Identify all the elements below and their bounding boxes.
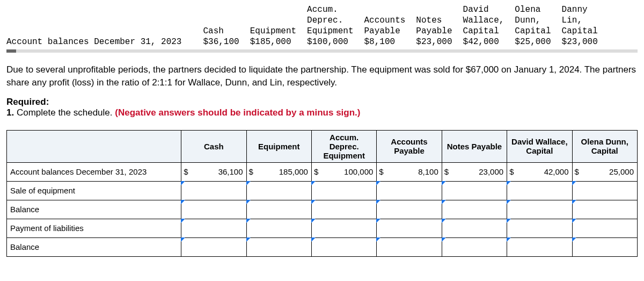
required-number: 1. xyxy=(6,107,17,118)
input-cell[interactable] xyxy=(181,200,246,219)
cell-accum: $100,000 xyxy=(311,162,376,181)
table-row: Sale of equipment xyxy=(7,181,638,200)
input-cell[interactable] xyxy=(377,237,442,256)
input-cell[interactable] xyxy=(377,181,442,200)
input-cell[interactable] xyxy=(507,181,572,200)
col-accum-head: Accum. Deprec. Equipment xyxy=(302,4,358,37)
sch-head-equipment: Equipment xyxy=(246,130,311,162)
col-wallace-head: David Wallace, Capital xyxy=(458,4,510,37)
table-row: Payment of liabilities xyxy=(7,219,638,237)
input-cell[interactable] xyxy=(507,219,572,237)
cell-cash: $36,100 xyxy=(181,162,246,181)
col-accounts-head: Accounts Payable xyxy=(359,4,411,37)
input-cell[interactable] xyxy=(572,181,637,200)
val-cash: $36,100 xyxy=(197,37,244,47)
input-cell[interactable] xyxy=(377,200,442,219)
val-dunn: $25,000 xyxy=(509,37,556,47)
balances-text-table: Cash Equipment Accum. Deprec. Equipment … xyxy=(6,4,603,47)
sch-head-accounts: Accounts Payable xyxy=(377,130,442,162)
required-text: Complete the schedule. xyxy=(17,107,115,118)
input-cell[interactable] xyxy=(442,181,507,200)
input-cell[interactable] xyxy=(311,237,376,256)
col-dunn-head: Olena Dunn, Capital xyxy=(509,4,556,37)
schedule-corner xyxy=(7,130,181,162)
sch-head-accum: Accum. Deprec. Equipment xyxy=(311,130,376,162)
input-cell[interactable] xyxy=(442,200,507,219)
cell-dunn: $25,000 xyxy=(572,162,637,181)
input-cell[interactable] xyxy=(181,181,246,200)
col-lin-head: Danny Lin, Capital xyxy=(557,4,603,37)
row-label-balance2: Balance xyxy=(7,237,181,256)
table-row: Balance xyxy=(7,237,638,256)
cell-equipment: $185,000 xyxy=(246,162,311,181)
input-cell[interactable] xyxy=(507,200,572,219)
cell-notes: $23,000 xyxy=(442,162,507,181)
input-cell[interactable] xyxy=(181,219,246,237)
required-hint: (Negative answers should be indicated by… xyxy=(115,107,360,118)
input-cell[interactable] xyxy=(442,237,507,256)
input-cell[interactable] xyxy=(442,219,507,237)
input-cell[interactable] xyxy=(246,219,311,237)
row-label-sale: Sale of equipment xyxy=(7,181,181,200)
input-cell[interactable] xyxy=(246,181,311,200)
cell-wallace: $42,000 xyxy=(507,162,572,181)
val-lin: $23,000 xyxy=(557,37,603,47)
table-row: Account balances December 31, 2023 $36,1… xyxy=(7,162,638,181)
input-cell[interactable] xyxy=(572,200,637,219)
input-cell[interactable] xyxy=(311,200,376,219)
val-equipment: $185,000 xyxy=(245,37,302,47)
input-cell[interactable] xyxy=(246,200,311,219)
input-cell[interactable] xyxy=(572,237,637,256)
row-label-opening: Account balances December 31, 2023 xyxy=(7,162,181,181)
col-notes-head: Notes Payable xyxy=(411,4,457,37)
horizontal-scrollbar[interactable] xyxy=(6,49,638,53)
val-accum: $100,000 xyxy=(302,37,358,47)
sch-head-wallace: David Wallace, Capital xyxy=(507,130,572,162)
required-line: 1. Complete the schedule. (Negative answ… xyxy=(6,107,638,118)
row-label-balance1: Balance xyxy=(7,200,181,219)
val-wallace: $42,000 xyxy=(458,37,510,47)
input-cell[interactable] xyxy=(311,219,376,237)
col-cash-head: Cash xyxy=(197,4,244,37)
sch-head-cash: Cash xyxy=(181,130,246,162)
input-cell[interactable] xyxy=(507,237,572,256)
input-cell[interactable] xyxy=(181,237,246,256)
input-cell[interactable] xyxy=(311,181,376,200)
required-heading: Required: xyxy=(6,97,638,107)
input-cell[interactable] xyxy=(246,237,311,256)
col-equipment-head: Equipment xyxy=(245,4,302,37)
sch-head-dunn: Olena Dunn, Capital xyxy=(572,130,637,162)
schedule-table: Cash Equipment Accum. Deprec. Equipment … xyxy=(6,130,638,257)
val-notes: $23,000 xyxy=(411,37,457,47)
row-label-payliab: Payment of liabilities xyxy=(7,219,181,237)
input-cell[interactable] xyxy=(377,219,442,237)
input-cell[interactable] xyxy=(572,219,637,237)
problem-paragraph: Due to several unprofitable periods, the… xyxy=(6,63,638,89)
scrollbar-thumb[interactable] xyxy=(6,49,16,53)
cell-accounts: $8,100 xyxy=(377,162,442,181)
val-accounts: $8,100 xyxy=(359,37,411,47)
sch-head-notes: Notes Payable xyxy=(442,130,507,162)
balances-row-label: Account balances December 31, 2023 xyxy=(6,37,197,47)
table-row: Balance xyxy=(7,200,638,219)
